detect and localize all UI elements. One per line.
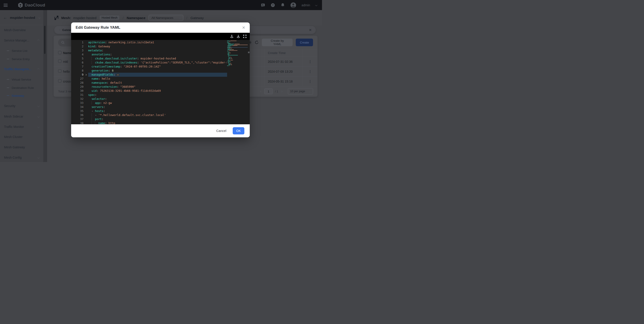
user-menu-chevron-down-icon[interactable]	[315, 4, 318, 6]
code-line[interactable]: 8 generation: 8	[71, 69, 227, 73]
back-arrow-icon[interactable]: ←	[3, 15, 7, 20]
ok-button[interactable]: OK	[233, 127, 244, 134]
create-by-yaml-button[interactable]: Create by YAML	[262, 38, 292, 46]
cancel-button[interactable]: Cancel	[216, 129, 226, 132]
sidebar-item-virtual-service[interactable]: Virtual Service	[0, 76, 43, 83]
editor-minimap[interactable]	[227, 40, 248, 66]
code-line[interactable]: 32 selector:	[71, 97, 227, 101]
code-line[interactable]: 30 uid: 75263138-3291-4b66-9581-f11dc032…	[71, 89, 227, 93]
per-page-value: 10 per page	[290, 90, 308, 93]
sidebar-item-mesh-sidecar[interactable]: Mesh Sidecar	[0, 113, 43, 120]
hosted-mesh-badge: Hosted Mesh	[100, 16, 120, 20]
namespace-select[interactable]: All Namespaces	[148, 15, 183, 21]
refresh-icon[interactable]	[255, 40, 259, 44]
sidebar-item-mesh-cluster[interactable]: Mesh Cluster	[0, 133, 43, 141]
select-all-checkbox[interactable]	[58, 51, 62, 54]
sidebar-scrollbar-thumb[interactable]	[44, 26, 46, 54]
code-line[interactable]: 27 name: hello	[71, 77, 227, 81]
tab-chevron-right-icon[interactable]	[58, 29, 60, 31]
code-line[interactable]: 5 ckube.daocloud.io/cluster: mspider-hos…	[71, 56, 227, 60]
tab-close-icon[interactable]: ✕	[309, 28, 312, 32]
sidebar-item-service-entry[interactable]: Service Entry	[0, 55, 43, 63]
code-line[interactable]: 34 servers:	[71, 105, 227, 109]
code-line[interactable]: 38 name: http	[71, 121, 227, 124]
code-line[interactable]: 37 port:	[71, 117, 227, 121]
sidebar-item-mesh-overview[interactable]: Mesh Overview	[0, 26, 43, 34]
sidebar-item-label: Destination Rule	[12, 86, 34, 90]
breadcrumb-separator-2: /	[186, 16, 187, 20]
row-actions-icon[interactable]: ⋮	[308, 60, 312, 64]
sidebar-item-destination-rule[interactable]: Destination Rule	[0, 84, 43, 92]
row-checkbox[interactable]	[58, 69, 62, 73]
sidebar-item-label: Security	[4, 104, 16, 108]
code-line[interactable]: 36 - '*.helloworld.default.svc.cluster.l…	[71, 113, 227, 117]
chevron-down-icon	[38, 115, 40, 118]
sidebar-item-security[interactable]: Security	[0, 102, 43, 110]
sidebar-item-gateway[interactable]: Gateway	[0, 92, 43, 100]
import-yaml-icon[interactable]	[236, 34, 240, 38]
row-checkbox[interactable]	[58, 79, 62, 82]
code-line[interactable]: 4 annotations:	[71, 52, 227, 56]
page-next-icon[interactable]: ›	[280, 89, 284, 93]
chevron-down-icon	[38, 105, 40, 107]
row-checkbox[interactable]	[58, 60, 62, 63]
sidebar-item-label: Service List	[12, 49, 28, 52]
code-line[interactable]: 33 app: n2-gw	[71, 101, 227, 105]
code-line[interactable]: 6 ckube.daocloud.io/indexes: '{"activePo…	[71, 60, 227, 64]
editor-lines[interactable]: 1apiVersion: networking.istio.io/v1beta1…	[71, 40, 227, 124]
row-create-time: 2024-07-31 02:36	[264, 57, 303, 67]
code-line[interactable]: 1apiVersion: networking.istio.io/v1beta1	[71, 40, 227, 44]
fold-chevron-icon[interactable]	[85, 74, 86, 76]
help-icon[interactable]: ?	[270, 3, 275, 8]
avatar[interactable]	[290, 2, 296, 8]
code-line[interactable]: 7 creationTimestamp: "2024-07-09T05:20:1…	[71, 64, 227, 69]
chevron-up-icon	[38, 68, 40, 70]
chat-icon[interactable]	[261, 3, 265, 8]
code-line[interactable]: 9 managedFields:⋯	[71, 73, 227, 77]
chevron-down-icon	[38, 126, 40, 128]
sidebar-item-traffic-managem-[interactable]: Traffic Managem...	[0, 65, 43, 73]
code-line[interactable]: 2kind: Gateway	[71, 44, 227, 48]
dash-icon	[7, 50, 9, 51]
page-total: / 1	[275, 90, 278, 93]
sidebar-item-mesh-config[interactable]: Mesh Config	[0, 154, 43, 161]
code-line[interactable]: 35 - hosts:	[71, 109, 227, 113]
create-button[interactable]: Create	[296, 38, 313, 46]
sidebar-item-label: Traffic Managem...	[4, 67, 32, 71]
hamburger-menu-icon[interactable]	[4, 4, 8, 7]
sidebar-item-service-manage-[interactable]: Service Manage...	[0, 36, 43, 44]
row-actions-icon[interactable]: ⋮	[308, 80, 312, 83]
chevron-up-icon	[38, 39, 40, 42]
per-page-chevron-down-icon	[309, 90, 311, 92]
sidebar-item-mesh-gateway[interactable]: Mesh Gateway	[0, 144, 43, 151]
breadcrumb-page: Gateway	[190, 16, 204, 20]
mesh-switch-chevron-down-icon[interactable]	[38, 16, 40, 18]
page-prev-icon[interactable]: ‹	[259, 89, 262, 93]
row-actions-icon[interactable]: ⋮	[308, 70, 312, 73]
dash-icon	[7, 59, 9, 60]
bell-icon[interactable]	[280, 3, 285, 8]
sidebar-mesh-name[interactable]: mspider-hosted	[10, 16, 35, 20]
per-page-select[interactable]: 10 per page	[288, 88, 313, 94]
row-create-time: 2024-05-31 15:18	[264, 76, 303, 86]
editor-scrollbar-thumb[interactable]	[248, 52, 250, 53]
export-yaml-icon[interactable]	[230, 34, 234, 38]
daocloud-logo-icon	[18, 2, 23, 8]
modal-close-icon[interactable]: ✕	[242, 25, 245, 30]
code-line[interactable]: 3metadata:	[71, 48, 227, 52]
fullscreen-icon[interactable]	[243, 34, 246, 38]
code-line[interactable]: 29 resourceVersion: "3685990"	[71, 85, 227, 89]
code-line[interactable]: 31spec:	[71, 93, 227, 97]
user-name[interactable]: admin	[302, 3, 310, 7]
code-line[interactable]: 28 namespace: default	[71, 81, 227, 85]
chevron-down-icon	[38, 156, 40, 159]
sidebar-item-service-list[interactable]: Service List	[0, 47, 43, 54]
yaml-code-editor[interactable]: 1apiVersion: networking.istio.io/v1beta1…	[71, 40, 250, 124]
page-number-box[interactable]: 1	[264, 88, 273, 94]
namespace-select-chevron-down-icon	[179, 16, 181, 19]
sidebar-item-traffic-monitor[interactable]: Traffic Monitor	[0, 123, 43, 130]
sidebar-item-label: Virtual Service	[12, 78, 31, 81]
svg-text:?: ?	[272, 4, 274, 6]
dash-icon	[7, 88, 9, 88]
mesh-icon	[54, 16, 58, 20]
